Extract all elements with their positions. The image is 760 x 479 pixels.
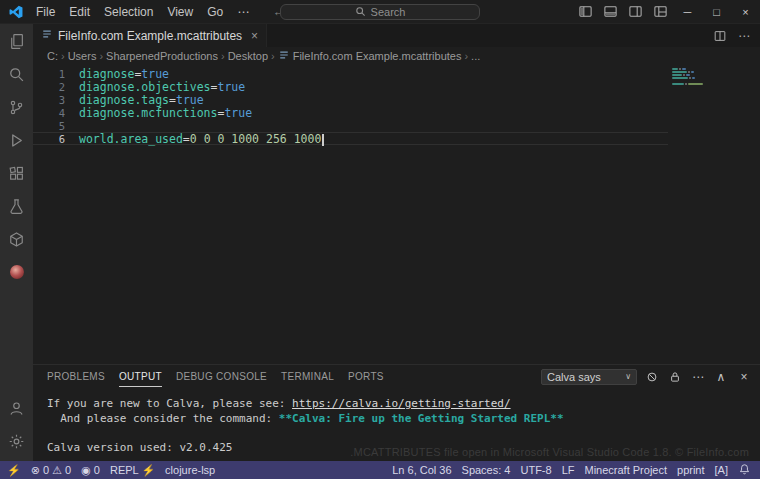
token: diagnose.mcfunctions <box>79 106 217 120</box>
file-icon <box>278 49 290 63</box>
activitybar-explorer[interactable] <box>0 26 33 59</box>
cursor-position[interactable]: Ln 6, Col 36 <box>387 464 456 476</box>
problems-indicator[interactable]: ⊗ 0 ⚠ 0 <box>26 464 76 477</box>
token: true <box>141 67 169 81</box>
split-editor-icon[interactable] <box>708 24 732 47</box>
menu-go[interactable]: Go <box>200 4 230 20</box>
panel-tab-problems[interactable]: PROBLEMS <box>47 365 105 388</box>
code-line[interactable]: 5 <box>33 119 668 132</box>
remote-indicator[interactable]: ⚡ <box>2 464 26 477</box>
output-link[interactable]: https://calva.io/getting-started/ <box>292 397 511 410</box>
panel-tab-output[interactable]: OUTPUT <box>119 365 162 388</box>
language-mode[interactable]: Minecraft Project <box>579 464 672 476</box>
indentation[interactable]: Spaces: 4 <box>457 464 516 476</box>
activitybar-run-and-debug[interactable] <box>0 125 33 158</box>
command-center-search[interactable]: Search <box>280 4 480 20</box>
calva-icon <box>8 263 26 284</box>
menu-selection[interactable]: Selection <box>97 4 160 20</box>
minimap[interactable] <box>670 67 760 364</box>
activitybar-minecraft-tools[interactable] <box>0 224 33 257</box>
maximize-panel-icon[interactable]: ∧ <box>713 370 729 384</box>
panel-tab-ports[interactable]: PORTS <box>348 365 384 388</box>
eol-sequence[interactable]: LF <box>557 464 580 476</box>
output-text: Calva version used: v2.0.425 <box>47 441 232 454</box>
menu-overflow[interactable]: ⋯ <box>230 4 256 20</box>
bell-icon <box>738 463 751 478</box>
clojure-lsp-status[interactable]: clojure-lsp <box>160 464 220 476</box>
calva-repl-status[interactable]: REPL ⚡ <box>105 464 160 477</box>
menu-edit[interactable]: Edit <box>62 4 97 20</box>
chevron-right-icon: › <box>59 50 67 62</box>
breadcrumb-item[interactable]: SharpenedProductions <box>105 50 219 62</box>
code-editor[interactable]: 1diagnose=true2diagnose.objectives=true3… <box>33 65 760 364</box>
clear-output-icon[interactable] <box>644 371 660 383</box>
code-text: diagnose.objectives=true <box>74 80 245 94</box>
editor-more-actions-icon[interactable]: ⋯ <box>732 24 756 47</box>
lock-scroll-icon[interactable] <box>667 371 683 383</box>
ports-indicator[interactable]: ◉ 0 <box>76 464 105 477</box>
pprint-toggle[interactable]: pprint <box>672 464 710 476</box>
code-line[interactable]: 1diagnose=true <box>33 67 668 80</box>
panel-tab-debug-console[interactable]: DEBUG CONSOLE <box>176 365 267 388</box>
minimap-line <box>672 77 760 79</box>
breadcrumb: C:›Users›SharpenedProductions›Desktop›Fi… <box>33 47 760 65</box>
token: diagnose.tags <box>79 93 169 107</box>
toggle-primary-sidebar-icon[interactable] <box>573 0 598 23</box>
activitybar-testing[interactable] <box>0 191 33 224</box>
toggle-panel-icon[interactable] <box>598 0 623 23</box>
close-panel-icon[interactable]: × <box>736 370 752 384</box>
breadcrumb-item[interactable]: ... <box>470 50 481 62</box>
chevron-right-icon: › <box>462 50 470 62</box>
minimap-mark <box>688 83 703 85</box>
panel-tabs: PROBLEMSOUTPUTDEBUG CONSOLETERMINALPORTS <box>47 365 398 388</box>
code-line[interactable]: 3diagnose.tags=true <box>33 93 668 106</box>
code-text: world.area_used=0 0 0 1000 256 1000 <box>74 132 324 146</box>
gear-icon <box>8 433 25 453</box>
tab-bar: FileInfo.com Example.mcattributes × ⋯ <box>33 24 760 47</box>
line-number: 1 <box>33 68 74 80</box>
code-line[interactable]: 6world.area_used=0 0 0 1000 256 1000 <box>33 132 668 145</box>
breadcrumb-item[interactable]: Users <box>67 50 98 62</box>
customize-layout-icon[interactable] <box>648 0 673 23</box>
minimize-button[interactable]: ─ <box>673 0 702 23</box>
breadcrumb-item[interactable]: FileInfo.com Example.mcattributes <box>277 49 463 63</box>
activitybar-accounts[interactable] <box>0 393 33 426</box>
output-channel-select[interactable]: Calva says ∨ <box>541 369 637 385</box>
tab-close-icon[interactable]: × <box>251 29 258 43</box>
breadcrumb-item[interactable]: C: <box>46 50 59 62</box>
editor-group: FileInfo.com Example.mcattributes × ⋯ C:… <box>33 24 760 461</box>
menu-view[interactable]: View <box>160 4 200 20</box>
panel-tab-terminal[interactable]: TERMINAL <box>281 365 334 388</box>
activitybar-extensions[interactable] <box>0 158 33 191</box>
minimap-mark <box>685 83 687 85</box>
activitybar-search[interactable] <box>0 59 33 92</box>
code-line[interactable]: 4diagnose.mcfunctions=true <box>33 106 668 119</box>
notifications-button[interactable] <box>733 463 756 478</box>
code-line[interactable]: 2diagnose.objectives=true <box>33 80 668 93</box>
panel-more-actions-icon[interactable]: ⋯ <box>690 370 706 384</box>
close-button[interactable]: × <box>731 0 760 23</box>
output-text: **Calva: Fire up the Getting Started REP… <box>279 412 564 425</box>
breadcrumb-item[interactable]: Desktop <box>227 50 269 62</box>
output-channel-label: Calva says <box>547 371 601 383</box>
search-icon <box>8 66 25 86</box>
output-panel[interactable]: If you are new to Calva, please see: htt… <box>33 388 760 461</box>
breadcrumb-label: Desktop <box>228 50 268 62</box>
minimap-line <box>672 83 760 85</box>
status-label: UTF-8 <box>520 464 551 476</box>
status-label: LF <box>562 464 575 476</box>
mode-indicator[interactable]: [A] <box>710 464 733 476</box>
menu-file[interactable]: File <box>29 4 62 20</box>
activitybar-manage[interactable] <box>0 426 33 459</box>
encoding[interactable]: UTF-8 <box>515 464 556 476</box>
minimap-line <box>672 74 760 76</box>
maximize-button[interactable]: □ <box>702 0 731 23</box>
status-label: Ln 6, Col 36 <box>392 464 451 476</box>
toggle-secondary-sidebar-icon[interactable] <box>623 0 648 23</box>
debug-icon <box>8 132 25 152</box>
token: true <box>218 80 246 94</box>
activitybar-source-control[interactable] <box>0 92 33 125</box>
activitybar-calva[interactable] <box>0 257 33 290</box>
token: diagnose <box>79 67 134 81</box>
tab-active-file[interactable]: FileInfo.com Example.mcattributes × <box>33 24 267 47</box>
